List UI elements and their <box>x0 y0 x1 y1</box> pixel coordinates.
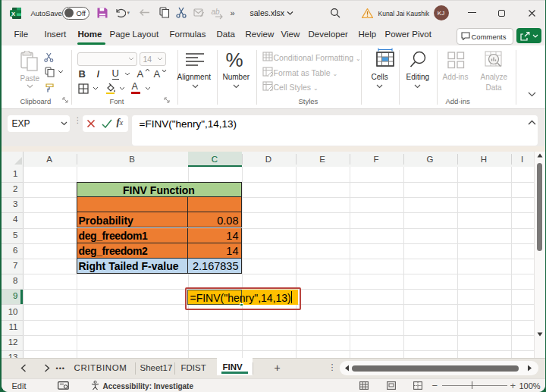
svg-text:X: X <box>11 11 14 17</box>
